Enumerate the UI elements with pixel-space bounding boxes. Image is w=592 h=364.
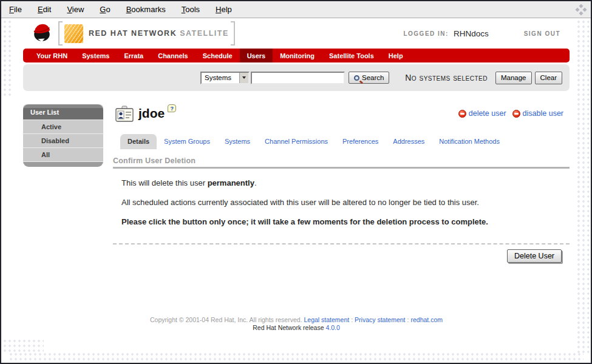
sidebar-item-disabled[interactable]: Disabled (23, 133, 103, 147)
search-form: Systems Search (200, 72, 389, 84)
nav-systems[interactable]: Systems (75, 49, 117, 62)
sidebar-item-all[interactable]: All (23, 147, 103, 161)
rhn-satellite-tile-icon (64, 24, 83, 43)
clear-button[interactable]: Clear (535, 72, 562, 84)
menu-help[interactable]: Help (216, 5, 232, 14)
sign-out-link[interactable]: SIGN OUT (524, 30, 560, 37)
sidebar-title: User List (23, 104, 103, 120)
help-balloon-icon[interactable]: ? (168, 104, 176, 112)
nav-channels[interactable]: Channels (151, 49, 196, 62)
nav-monitoring[interactable]: Monitoring (273, 49, 322, 62)
disable-user-link[interactable]: disable user (512, 109, 563, 118)
menu-go[interactable]: Go (100, 5, 110, 14)
logged-in-username: RHNdocs (454, 29, 489, 38)
footer-separator-2: : (407, 316, 409, 323)
tab-systems[interactable]: Systems (217, 134, 257, 149)
confirm-text-1: This will delete this user permanently. (121, 178, 570, 188)
search-button-label: Search (362, 74, 384, 81)
main-content: jdoe ? delete user disable user (113, 104, 570, 263)
tab-channel-permissions[interactable]: Channel Permissions (257, 134, 335, 149)
login-area: LOGGED IN: RHNdocs SIGN OUT (403, 29, 560, 38)
page: RED HAT NETWORK SATELLITE LOGGED IN: RHN… (1, 18, 591, 363)
select-dropdown-button[interactable] (239, 73, 248, 83)
user-id-card-icon (115, 106, 134, 124)
menu-bookmarks[interactable]: Bookmarks (126, 5, 166, 14)
tab-system-groups[interactable]: System Groups (157, 134, 217, 149)
title-row: jdoe ? delete user disable user (113, 104, 570, 124)
tab-details[interactable]: Details (120, 134, 157, 149)
search-category-value: Systems (202, 74, 239, 81)
page-title: jdoe (138, 104, 165, 123)
chevron-down-icon (242, 76, 246, 79)
sidebar-bottom-cap (23, 161, 103, 167)
release-line: Red Hat Network release 4.0.0 (23, 324, 570, 332)
dot-pattern-bottom (9, 352, 583, 362)
red-hat-shadowman-icon (30, 22, 53, 45)
section-heading: Confirm User Deletion (113, 157, 570, 165)
browser-menubar: File Edit View Go Bookmarks Tools Help (1, 1, 591, 18)
delete-user-button[interactable]: Delete User (507, 249, 562, 263)
brand-bracket-left-icon (58, 21, 63, 46)
disable-minus-icon (512, 110, 520, 118)
systems-selected-text: No systems selected (405, 73, 488, 83)
nav-your-rhn[interactable]: Your RHN (29, 49, 75, 62)
brand-bracket-right-icon (231, 21, 235, 46)
system-selection-status: No systems selected Manage Clear (405, 72, 562, 84)
delete-minus-icon (458, 110, 466, 118)
page-header: RED HAT NETWORK SATELLITE LOGGED IN: RHN… (1, 18, 591, 49)
footer-separator: : (351, 316, 353, 323)
section-rule (113, 167, 570, 169)
brand-name: RED HAT NETWORK (89, 29, 177, 38)
sidebar-item-active[interactable]: Active (23, 120, 103, 133)
rhn-brand: RED HAT NETWORK SATELLITE (30, 21, 235, 46)
top-nav: Your RHN Systems Errata Channels Schedul… (23, 49, 570, 62)
menu-edit[interactable]: Edit (38, 5, 51, 14)
delete-user-link[interactable]: delete user (458, 109, 506, 118)
nav-satellite-tools[interactable]: Satellite Tools (322, 49, 381, 62)
manage-button[interactable]: Manage (495, 72, 532, 84)
brand-wordmark: RED HAT NETWORK SATELLITE (89, 29, 229, 38)
confirm-text-1-prefix: This will delete this user (121, 178, 208, 187)
dot-pattern-right (576, 19, 590, 354)
disable-user-label: disable user (523, 109, 563, 118)
nav-users[interactable]: Users (240, 49, 273, 62)
release-version-link[interactable]: 4.0.0 (325, 324, 339, 331)
user-actions: delete user disable user (452, 109, 570, 118)
page-footer: Copyright © 2001-04 Red Hat, Inc. All ri… (23, 316, 570, 332)
confirm-text-3: Please click the button only once; it wi… (121, 217, 570, 227)
nav-schedule[interactable]: Schedule (196, 49, 240, 62)
confirm-text-1-suffix: . (254, 178, 257, 187)
footer-copyright-line: Copyright © 2001-04 Red Hat, Inc. All ri… (23, 316, 570, 324)
search-button[interactable]: Search (349, 72, 389, 84)
search-input[interactable] (251, 72, 345, 84)
privacy-statement-link[interactable]: Privacy statement (355, 316, 405, 323)
search-icon (354, 75, 359, 81)
tab-preferences[interactable]: Preferences (335, 134, 386, 149)
brand-product: SATELLITE (180, 29, 229, 38)
logged-in-label: LOGGED IN: (403, 30, 448, 37)
tab-notification-methods[interactable]: Notification Methods (432, 134, 507, 149)
dashed-divider (113, 243, 570, 244)
confirm-text-2: All scheduled actions currently associat… (121, 198, 570, 207)
search-strip: Systems Search No systems selected Manag… (23, 64, 570, 91)
menu-view[interactable]: View (67, 5, 84, 14)
sidebar-user-list: User List Active Disabled All (23, 104, 103, 263)
dot-pattern-bottom-left (2, 339, 44, 354)
confirm-text-1-bold: permanently (208, 178, 254, 187)
copyright-text: Copyright © 2001-04 Red Hat, Inc. All ri… (150, 316, 302, 323)
menu-file[interactable]: File (9, 5, 22, 14)
browser-throbber-icon (575, 4, 587, 16)
release-label: Red Hat Network release (253, 324, 324, 331)
legal-statement-link[interactable]: Legal statement (304, 316, 349, 323)
menu-tools[interactable]: Tools (182, 5, 200, 14)
nav-errata[interactable]: Errata (117, 49, 151, 62)
tab-addresses[interactable]: Addresses (386, 134, 432, 149)
user-tabs: Details System Groups Systems Channel Pe… (113, 134, 570, 149)
search-category-select[interactable]: Systems (200, 72, 250, 84)
redhat-com-link[interactable]: redhat.com (410, 316, 443, 323)
nav-help[interactable]: Help (381, 49, 410, 62)
browser-window: File Edit View Go Bookmarks Tools Help (0, 0, 592, 364)
delete-user-label: delete user (469, 109, 506, 118)
